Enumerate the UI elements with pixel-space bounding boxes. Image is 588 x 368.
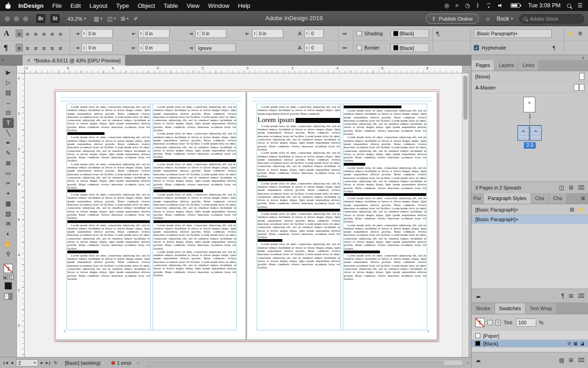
scissors-tool[interactable]: ✂ [3, 178, 14, 189]
hand-tool[interactable]: ✋ [3, 239, 14, 249]
rectangle-tool[interactable]: ▭ [3, 168, 14, 178]
align-option-icon[interactable]: ≣ [16, 29, 23, 37]
align-option-icon[interactable]: ≣ [16, 44, 23, 52]
tint-field[interactable]: 100▸ [516, 318, 536, 327]
cc-sync-icon[interactable]: ☁ [475, 357, 481, 363]
pencil-tool[interactable]: ✎ [3, 148, 14, 158]
tab-layers[interactable]: Layers [495, 60, 518, 71]
last-page-button[interactable]: ▶❙ [46, 361, 51, 365]
edit-spread-icon[interactable]: ◫ [559, 184, 564, 191]
page-2-thumbnail[interactable]: A [517, 125, 529, 141]
arrange-documents-dropdown[interactable]: ⊞ ▾ [121, 16, 128, 22]
space-after-field[interactable]: ▲▼0 in [252, 29, 283, 38]
gradient-feather-tool[interactable]: ▨ [3, 209, 14, 219]
spotlight-icon[interactable] [567, 4, 571, 8]
free-transform-tool[interactable]: ⌖ [3, 189, 14, 199]
note-tool[interactable]: ✉ [3, 219, 14, 229]
bridge-button[interactable]: Br [36, 14, 45, 23]
formatting-affects-container-button[interactable]: ▣ [3, 275, 8, 279]
stock-button[interactable]: St [50, 14, 60, 23]
new-page-icon[interactable]: ⊞ [569, 184, 573, 191]
tab-paragraph-partial[interactable]: Par [472, 193, 484, 204]
text-frame[interactable]: Lorem ipsum dolor sit amet, consectetur … [257, 104, 341, 330]
page-1-label[interactable]: 1 [472, 114, 588, 119]
master-a-row[interactable]: A-Master [472, 82, 588, 93]
shading-color-dropdown[interactable]: [Black]▾ [390, 29, 429, 38]
master-none-row[interactable]: [None] [472, 71, 588, 82]
bluetooth-icon[interactable]: ᛒ [476, 0, 479, 11]
space-before-field[interactable]: ▲▼0 in [195, 29, 226, 38]
tab-character-1[interactable]: Cha [531, 193, 549, 204]
zoom-window-button[interactable] [23, 16, 28, 22]
first-page-button[interactable]: ❙◀ [3, 361, 8, 365]
direct-selection-tool[interactable]: ▷ [3, 78, 14, 88]
align-option-icon[interactable]: ≣ [32, 44, 39, 52]
paragraph-options-icon[interactable]: ¶ [553, 45, 555, 51]
align-option-icon[interactable]: ≣ [24, 29, 31, 37]
page-tool[interactable]: ▤ [3, 88, 14, 98]
eyedropper-tool[interactable]: ◐ [3, 229, 14, 239]
gradient-swatch-tool[interactable]: ▦ [3, 199, 14, 209]
last-line-indent-field[interactable]: ▲▼0 in [138, 44, 170, 52]
panel-menu-icon[interactable]: ≣ [578, 193, 588, 204]
quick-apply-icon[interactable]: ⚡ [577, 206, 584, 213]
volume-icon[interactable] [498, 3, 504, 8]
menu-item-help[interactable]: Help [238, 2, 250, 9]
tab-character-2[interactable]: Cha [549, 193, 567, 204]
formatting-affects-container-icon[interactable] [487, 320, 493, 325]
document-canvas[interactable]: Lorem ipsum dolor sit amet, consectetur … [25, 73, 462, 357]
new-style-icon[interactable]: ⊞ [569, 293, 573, 299]
paragraph-mark-icon[interactable]: ¶, [436, 30, 440, 37]
page-3-thumbnail[interactable]: A [530, 125, 542, 141]
page-number-field[interactable]: 2▾ [16, 359, 38, 367]
document-tab[interactable]: ✕ *Books–8.5X11 @ 43% [GPU Preview] [22, 55, 126, 66]
quick-apply-icon[interactable]: ⚡ [567, 30, 575, 36]
time-machine-icon[interactable]: ◷ [465, 0, 469, 11]
vertical-ruler[interactable]: 21086420 [17, 73, 25, 357]
numbered-list-icon[interactable]: ≕ [341, 45, 348, 51]
align-option-icon[interactable]: ≣ [57, 44, 64, 52]
zoom-level-dropdown[interactable]: 43.2% ▾ [67, 16, 86, 22]
preflight-profile-dropdown[interactable]: [Basic] (working)▾ [65, 360, 104, 366]
align-option-icon[interactable]: ≣ [40, 29, 48, 37]
border-color-dropdown[interactable]: [Black]▾ [390, 44, 429, 52]
tab-links[interactable]: Links [518, 60, 539, 71]
screen-record-icon[interactable]: ◎ [444, 0, 449, 11]
next-page-button[interactable]: ▶ [41, 361, 43, 365]
border-checkbox[interactable] [357, 45, 362, 50]
fill-none-indicator[interactable]: T [475, 318, 484, 327]
right-indent-field[interactable]: ▲▼0 in [138, 29, 170, 38]
spread-2-3-label[interactable]: 2-3 [472, 142, 588, 149]
drop-cap-chars-field[interactable]: ▲▼0 [304, 44, 324, 52]
adobe-stock-search[interactable]: Adobe Stock [519, 14, 584, 23]
hyphenate-checkbox[interactable]: ✓ [474, 45, 479, 50]
new-swatch-icon[interactable]: ⊞ [569, 357, 573, 363]
type-tool[interactable]: T [3, 118, 14, 128]
selection-tool[interactable]: ▶ [3, 67, 14, 78]
preflight-error-status[interactable]: 1 error▾ [111, 360, 135, 366]
close-icon[interactable]: ✕ [27, 58, 31, 63]
delete-page-icon[interactable]: ⌧ [578, 184, 584, 191]
lightbulb-icon[interactable]: ☼ [485, 13, 490, 24]
dock-collapse-icon[interactable]: » [472, 55, 588, 60]
screen-mode-button[interactable] [4, 293, 12, 300]
style-override-icon[interactable]: ⊞ [570, 206, 574, 213]
vertical-scrollbar[interactable] [462, 73, 468, 357]
content-collector-tool[interactable]: ⊟ [3, 108, 14, 118]
drop-cap-lines-field[interactable]: ▲▼0 [304, 29, 324, 38]
shading-checkbox[interactable] [357, 31, 362, 36]
delete-style-icon[interactable]: ⌧ [578, 293, 584, 299]
page-3[interactable]: Lorem ipsum dolor sit amet, consectetur … [247, 91, 437, 340]
delete-swatch-icon[interactable]: ⌧ [578, 357, 584, 363]
previous-page-button[interactable]: ◀ [11, 361, 13, 365]
apple-icon[interactable] [5, 2, 11, 9]
gear-icon[interactable]: ⚙ [577, 30, 584, 36]
horizontal-ruler[interactable]: 0864202468 [25, 66, 462, 73]
page-1-thumbnail[interactable]: A [523, 97, 535, 112]
menu-item-type[interactable]: Type [116, 2, 129, 9]
scroll-left-icon[interactable]: ‹ [137, 360, 139, 365]
swatch-black[interactable]: [Black] ⊘ ▦ ◪ [472, 340, 588, 347]
wifi-icon[interactable] [486, 3, 492, 8]
tab-pages[interactable]: Pages [472, 60, 495, 71]
align-option-icon[interactable]: ≣ [57, 29, 64, 37]
